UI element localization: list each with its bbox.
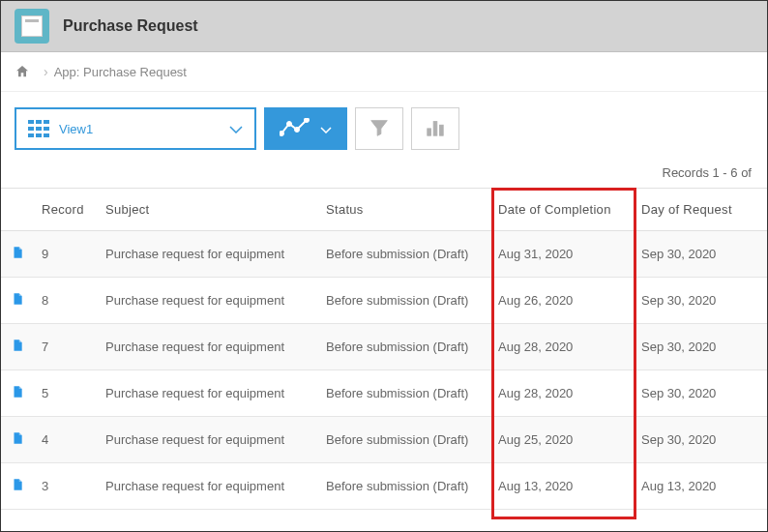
table-row[interactable]: 8 Purchase request for equipment Before … <box>1 278 767 324</box>
grid-icon <box>28 120 49 137</box>
svg-rect-13 <box>428 128 431 134</box>
bar-chart-icon <box>426 118 445 140</box>
cell-subject: Purchase request for equipment <box>98 370 318 417</box>
app-icon <box>15 9 49 44</box>
cell-record: 3 <box>34 463 98 510</box>
column-header-status[interactable]: Status <box>318 189 490 231</box>
table-row[interactable]: 9 Purchase request for equipment Before … <box>1 231 767 278</box>
svg-point-11 <box>295 127 300 132</box>
cell-subject: Purchase request for equipment <box>98 417 318 463</box>
document-icon[interactable] <box>11 481 24 495</box>
chevron-right-icon: › <box>44 64 48 79</box>
line-chart-icon <box>280 118 310 140</box>
column-header-date-completion[interactable]: Date of Completion <box>490 189 634 231</box>
home-icon[interactable] <box>15 64 30 79</box>
cell-record: 9 <box>34 231 98 278</box>
view-label: View1 <box>59 122 229 136</box>
cell-status: Before submission (Draft) <box>318 417 490 463</box>
cell-status: Before submission (Draft) <box>318 278 490 324</box>
svg-rect-14 <box>433 121 437 135</box>
cell-date-completion: Aug 26, 2020 <box>490 278 634 324</box>
document-icon[interactable] <box>11 388 24 402</box>
svg-rect-2 <box>44 120 49 124</box>
cell-day-request: Aug 13, 2020 <box>634 463 767 510</box>
cell-day-request: Sep 30, 2020 <box>634 370 767 417</box>
cell-status: Before submission (Draft) <box>318 370 490 417</box>
records-count: Records 1 - 6 of <box>1 160 767 188</box>
document-icon[interactable] <box>11 434 24 449</box>
toolbar: View1 <box>1 92 767 160</box>
table-row[interactable]: 4 Purchase request for equipment Before … <box>1 417 767 463</box>
cell-subject: Purchase request for equipment <box>98 463 318 510</box>
breadcrumb: › App: Purchase Request <box>1 52 767 92</box>
table-row[interactable]: 3 Purchase request for equipment Before … <box>1 463 767 510</box>
cell-day-request: Sep 30, 2020 <box>634 231 767 278</box>
cell-date-completion: Aug 28, 2020 <box>490 370 634 417</box>
cell-record: 8 <box>34 278 98 324</box>
column-header-icon <box>1 189 34 231</box>
chart-button[interactable] <box>411 107 459 150</box>
cell-date-completion: Aug 28, 2020 <box>490 324 634 370</box>
svg-rect-0 <box>28 120 34 124</box>
column-header-record[interactable]: Record <box>34 189 98 231</box>
column-header-day-request[interactable]: Day of Request <box>634 189 767 231</box>
cell-subject: Purchase request for equipment <box>98 324 318 370</box>
chevron-down-icon <box>320 122 332 136</box>
cell-record: 5 <box>34 370 98 417</box>
cell-record: 4 <box>34 417 98 463</box>
cell-day-request: Sep 30, 2020 <box>634 278 767 324</box>
filter-button[interactable] <box>355 107 403 150</box>
svg-point-10 <box>287 121 292 126</box>
cell-date-completion: Aug 13, 2020 <box>490 463 634 510</box>
graph-button[interactable] <box>264 107 347 150</box>
column-header-subject[interactable]: Subject <box>98 189 318 231</box>
view-selector[interactable]: View1 <box>15 107 256 150</box>
cell-subject: Purchase request for equipment <box>98 231 318 278</box>
cell-date-completion: Aug 25, 2020 <box>490 417 634 463</box>
svg-point-12 <box>305 118 310 123</box>
svg-rect-1 <box>36 120 42 124</box>
svg-rect-15 <box>440 125 444 135</box>
cell-subject: Purchase request for equipment <box>98 278 318 324</box>
breadcrumb-text[interactable]: App: Purchase Request <box>54 65 187 79</box>
document-icon[interactable] <box>11 295 24 310</box>
header-bar: Purchase Request <box>1 1 767 52</box>
page-title: Purchase Request <box>63 17 198 35</box>
table-row[interactable]: 5 Purchase request for equipment Before … <box>1 370 767 417</box>
cell-day-request: Sep 30, 2020 <box>634 417 767 463</box>
document-icon[interactable] <box>11 341 24 356</box>
document-icon[interactable] <box>11 249 24 263</box>
table-row[interactable]: 7 Purchase request for equipment Before … <box>1 324 767 370</box>
svg-rect-6 <box>28 133 34 137</box>
svg-rect-4 <box>36 127 42 131</box>
svg-rect-7 <box>36 133 42 137</box>
cell-date-completion: Aug 31, 2020 <box>490 231 634 278</box>
cell-status: Before submission (Draft) <box>318 231 490 278</box>
records-table: Record Subject Status Date of Completion… <box>1 188 767 510</box>
cell-status: Before submission (Draft) <box>318 463 490 510</box>
cell-record: 7 <box>34 324 98 370</box>
funnel-icon <box>369 117 390 141</box>
cell-day-request: Sep 30, 2020 <box>634 324 767 370</box>
svg-point-9 <box>280 131 284 135</box>
cell-status: Before submission (Draft) <box>318 324 490 370</box>
svg-rect-3 <box>28 127 34 131</box>
svg-rect-5 <box>44 127 49 131</box>
chevron-down-icon <box>229 122 243 136</box>
svg-rect-8 <box>44 133 49 137</box>
